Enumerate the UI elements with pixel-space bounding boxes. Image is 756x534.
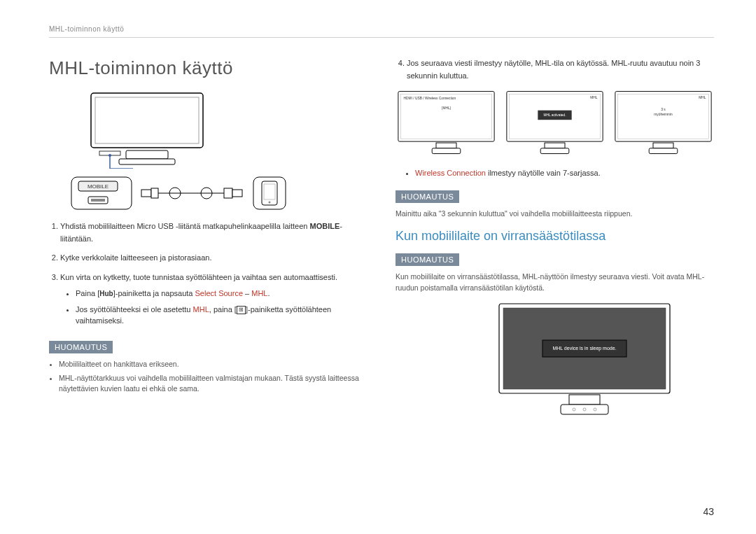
subsection-title: Kun mobiililaite on virransäästötilassa <box>396 229 714 244</box>
steps-list-right: Jos seuraava viesti ilmestyy näytölle, M… <box>396 57 714 82</box>
note-badge-r1: HUOMAUTUS <box>396 190 459 203</box>
svg-text:HDMI / USB / Wireless Connecti: HDMI / USB / Wireless Connection <box>404 97 456 100</box>
svg-rect-45 <box>569 395 600 405</box>
svg-text:[MHL]: [MHL] <box>442 106 451 110</box>
page-title: MHL-toiminnon käyttö <box>49 57 368 79</box>
svg-rect-46 <box>561 405 608 414</box>
monitor-illustration <box>70 92 224 169</box>
note-badge-left: HUOMAUTUS <box>49 341 113 353</box>
step-4: Jos seuraava viesti ilmestyy näytölle, M… <box>407 57 714 82</box>
svg-text:myöhemmin: myöhemmin <box>654 113 673 117</box>
svg-rect-33 <box>540 148 569 154</box>
svg-rect-25 <box>436 143 456 148</box>
svg-rect-39 <box>653 143 673 148</box>
cable-illustration: MOBILE <box>70 176 368 211</box>
monitor-state-3: MHL 3 s myöhemmin <box>612 89 714 159</box>
page-number: 43 <box>703 506 714 517</box>
wireless-note: Wireless Connection ilmestyy näytölle va… <box>415 167 714 179</box>
monitor-sleep-illustration: MHL device is in sleep mode. <box>493 301 676 423</box>
svg-rect-22 <box>401 94 492 139</box>
svg-text:3 s: 3 s <box>661 108 666 111</box>
svg-rect-1 <box>95 97 199 143</box>
svg-text:MHL: MHL <box>590 96 598 99</box>
right-note-1: Mainittu aika "3 sekunnin kuluttua" voi … <box>396 209 714 220</box>
svg-rect-26 <box>432 148 461 154</box>
svg-text:MHL device is in sleep mode.: MHL device is in sleep mode. <box>552 346 616 351</box>
svg-text:MHL: MHL <box>699 96 706 99</box>
svg-rect-16 <box>232 190 242 197</box>
mobile-port-label: MOBILE <box>88 183 108 190</box>
svg-rect-2 <box>126 150 168 159</box>
svg-point-20 <box>269 202 271 204</box>
note-badge-r2: HUOMAUTUS <box>396 253 459 266</box>
svg-rect-9 <box>91 199 105 202</box>
left-note-1: Mobiililaitteet on hankittava erikseen. <box>59 359 368 370</box>
right-note-2: Kun mobiililaite on virransäästötilassa,… <box>396 272 714 294</box>
svg-rect-32 <box>545 143 565 148</box>
svg-rect-15 <box>224 188 232 198</box>
monitor-states-row: HDMI / USB / Wireless Connection [MHL] M… <box>396 89 714 159</box>
monitor-state-1: HDMI / USB / Wireless Connection [MHL] <box>396 89 497 159</box>
step-3-bullet-1: Paina [Hub]-painiketta ja napsauta Selec… <box>76 288 368 300</box>
step-2: Kytke verkkolaite laitteeseen ja pistora… <box>60 252 368 265</box>
svg-rect-3 <box>119 159 175 164</box>
breadcrumb: MHL-toiminnon käyttö <box>49 25 714 33</box>
svg-text:MHL activated.: MHL activated. <box>543 114 566 118</box>
right-column: Jos seuraava viesti ilmestyy näytölle, M… <box>396 57 714 423</box>
svg-rect-11 <box>151 188 158 198</box>
svg-rect-19 <box>264 184 275 199</box>
source-icon: ⊞ <box>237 306 246 314</box>
step-3: Kun virta on kytketty, tuote tunnistaa s… <box>60 272 368 327</box>
monitor-state-2: MHL MHL activated. <box>504 89 606 159</box>
svg-point-5 <box>108 154 111 157</box>
steps-list: Yhdistä mobiililaitteen Micro USB -liitä… <box>49 220 368 327</box>
step-1: Yhdistä mobiililaitteen Micro USB -liitä… <box>60 220 368 245</box>
left-column: MHL-toiminnon käyttö MOBILE <box>49 57 368 423</box>
svg-rect-40 <box>649 148 678 154</box>
header-divider <box>49 37 714 38</box>
step-3-bullet-2: Jos syöttölähteeksi ei ole asetettu MHL,… <box>76 304 368 327</box>
svg-rect-10 <box>141 190 151 197</box>
left-notes: Mobiililaitteet on hankittava erikseen. … <box>49 359 368 395</box>
wireless-note-list: Wireless Connection ilmestyy näytölle va… <box>396 167 714 179</box>
left-note-2: MHL-näyttötarkkuus voi vaihdella mobiili… <box>59 373 368 395</box>
